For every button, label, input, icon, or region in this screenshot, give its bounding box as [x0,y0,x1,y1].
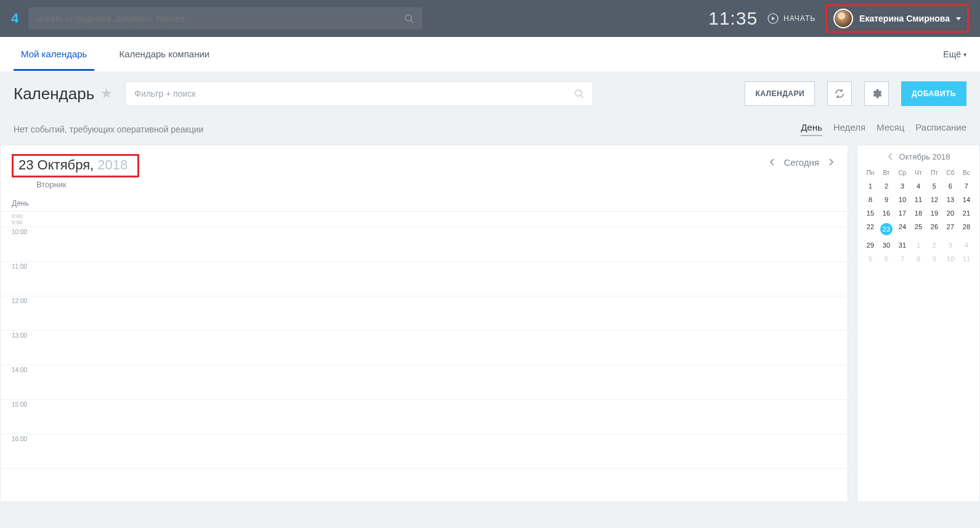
settings-button[interactable] [864,81,889,106]
mini-day[interactable]: 4 [958,238,974,252]
mini-day[interactable]: 23 [878,220,894,238]
global-search-input[interactable] [37,14,404,23]
svg-line-5 [581,95,583,98]
search-icon [574,89,584,99]
calendars-button[interactable]: КАЛЕНДАРИ [745,81,815,106]
mini-day[interactable]: 20 [942,206,958,220]
day-label: День [1,195,848,212]
mini-day[interactable]: 14 [958,193,974,206]
more-label: Ещё [943,49,961,59]
page-title: Календарь ★ [14,84,113,104]
mini-day[interactable]: 3 [942,238,958,252]
prev-month-button[interactable] [887,152,894,161]
mini-day[interactable]: 13 [942,193,958,206]
mini-day[interactable]: 7 [958,179,974,193]
refresh-icon [835,89,844,99]
mini-weekday: Чт [910,166,926,179]
tabs-bar: Мой календарьКалендарь компании Ещё ▾ [0,37,980,71]
mini-day[interactable]: 26 [926,220,942,238]
time-slot[interactable]: 11:00 [1,262,848,296]
mini-day[interactable]: 2 [878,179,894,193]
time-slot[interactable]: 15:00 [1,400,848,434]
mini-day[interactable]: 6 [942,179,958,193]
search-icon [404,14,414,23]
mini-day[interactable]: 10 [894,193,910,206]
mini-day[interactable]: 15 [862,206,878,220]
svg-line-1 [411,20,413,23]
mini-day[interactable]: 24 [894,220,910,238]
view-tab-Неделя[interactable]: Неделя [833,122,865,136]
user-menu[interactable]: Екатерина Смирнова [825,4,969,33]
clock: 11:35 [708,8,758,29]
today-nav: Сегодня [767,155,837,169]
mini-day[interactable]: 3 [894,179,910,193]
time-collapsed: 0:00 9:00 [1,212,848,227]
filter-search[interactable] [125,81,593,106]
start-button[interactable]: НАЧАТЬ [767,13,816,24]
filter-input[interactable] [134,89,574,99]
mini-day[interactable]: 27 [942,220,958,238]
time-slot[interactable]: 13:00 [1,331,848,365]
mini-day[interactable]: 19 [926,206,942,220]
next-day-button[interactable] [825,155,836,169]
mini-day[interactable]: 31 [894,238,910,252]
mini-day[interactable]: 25 [910,220,926,238]
star-icon[interactable]: ★ [100,86,113,102]
mini-day[interactable]: 4 [910,179,926,193]
start-label: НАЧАТЬ [784,14,816,23]
mini-day[interactable]: 1 [862,179,878,193]
mini-day[interactable]: 1 [910,238,926,252]
mini-day[interactable]: 11 [958,252,974,266]
mini-day[interactable]: 18 [910,206,926,220]
time-slot[interactable]: 12:00 [1,296,848,331]
no-events-text: Нет событий, требующих оперативной реакц… [14,124,203,134]
tab-1[interactable]: Календарь компании [111,38,217,71]
mini-day[interactable]: 9 [878,193,894,206]
mini-day[interactable]: 28 [958,220,974,238]
view-tabs: ДеньНеделяМесяцРасписание [801,122,966,136]
svg-point-4 [575,90,581,96]
mini-weekday: Ср [894,166,910,179]
chevron-down-icon: ▾ [963,51,966,58]
mini-day[interactable]: 10 [942,252,958,266]
date-main: 23 Октября, [18,157,94,173]
view-tab-Месяц[interactable]: Месяц [877,122,904,136]
mini-day[interactable]: 29 [862,238,878,252]
mini-day[interactable]: 17 [894,206,910,220]
mini-day[interactable]: 6 [878,252,894,266]
topbar: 4 11:35 НАЧАТЬ Екатерина Смирнова [0,0,980,37]
refresh-button[interactable] [827,81,852,106]
mini-day[interactable]: 21 [958,206,974,220]
sub-row: Нет событий, требующих оперативной реакц… [0,116,980,145]
prev-day-button[interactable] [767,155,778,169]
avatar [833,9,853,28]
more-menu[interactable]: Ещё ▾ [943,49,966,59]
mini-day[interactable]: 11 [910,193,926,206]
tab-0[interactable]: Мой календарь [14,38,94,71]
mini-day[interactable]: 7 [894,252,910,266]
mini-day[interactable]: 12 [926,193,942,206]
today-button[interactable]: Сегодня [784,157,820,168]
mini-day[interactable]: 16 [878,206,894,220]
svg-marker-3 [772,17,775,20]
mini-day[interactable]: 9 [926,252,942,266]
mini-weekday: Пт [926,166,942,179]
mini-day[interactable]: 30 [878,238,894,252]
timeline[interactable]: 0:00 9:00 10:0011:0012:0013:0014:0015:00… [1,212,848,502]
mini-day[interactable]: 2 [926,238,942,252]
time-slot[interactable]: 10:00 [1,227,848,262]
time-slot[interactable]: 16:00 [1,434,848,469]
global-search[interactable] [28,7,423,30]
view-tab-Расписание[interactable]: Расписание [915,122,966,136]
view-tab-День[interactable]: День [801,122,822,136]
add-button[interactable]: ДОБАВИТЬ [901,81,966,106]
mini-day[interactable]: 22 [862,220,878,238]
logo: 4 [11,10,18,26]
mini-day[interactable]: 5 [862,252,878,266]
mini-day[interactable]: 8 [862,193,878,206]
mini-day[interactable]: 8 [910,252,926,266]
time-slot[interactable]: 14:00 [1,365,848,400]
page-title-text: Календарь [14,84,94,104]
day-name: Вторник [36,180,836,189]
mini-day[interactable]: 5 [926,179,942,193]
